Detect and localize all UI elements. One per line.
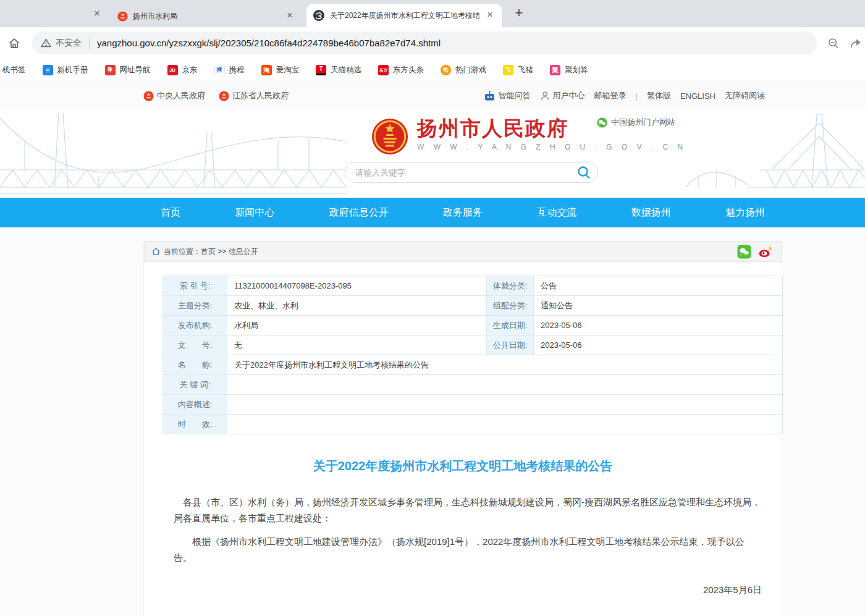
meta-value: 2023-05-06 — [534, 335, 783, 355]
table-row: 索 引 号: 11321000014407098E-2023-095 体裁分类:… — [163, 276, 783, 296]
share-icon[interactable] — [849, 36, 863, 50]
tab-active-announcement[interactable]: 关于2022年度扬州市水利工程文明工地考核结果的公告 × — [306, 4, 502, 27]
bookmark-item[interactable]: 飞飞猪 — [503, 65, 533, 75]
bookmark-item[interactable]: 东方东方头条 — [378, 65, 424, 75]
link-mail-login[interactable]: 邮箱登录 — [594, 90, 627, 101]
table-row: 名 称: 关于2022年度扬州市水利工程文明工地考核结果的公告 — [163, 355, 783, 375]
close-tab-icon[interactable]: × — [284, 11, 295, 22]
link-user-center[interactable]: 用户中心 — [540, 90, 585, 101]
meta-label: 时 效: — [163, 415, 227, 434]
link-english[interactable]: ENGLISH — [680, 91, 715, 101]
home-icon — [152, 248, 160, 255]
bookmark-item[interactable]: 携携程 — [214, 65, 245, 75]
tab-title: 关于2022年度扬州市水利工程文明工地考核结果的公告 — [330, 11, 479, 21]
new-tab-button[interactable]: + — [510, 5, 528, 22]
bookmark-icon: 导 — [105, 65, 116, 75]
link-label: 用户中心 — [553, 90, 585, 101]
link-label: ENGLISH — [680, 91, 715, 101]
gov-emblem-icon — [143, 91, 154, 101]
bridge-line-art — [0, 109, 346, 198]
meta-value — [227, 395, 783, 415]
not-secure-warning-icon — [41, 38, 51, 48]
bookmark-icon: T — [316, 65, 326, 75]
zoom-out-icon[interactable] — [827, 36, 840, 50]
link-smart-qa[interactable]: 智能问答 — [484, 90, 531, 101]
site-header: 扬州市人民政府 W W W . Y A N G Z H O U . G O V … — [0, 109, 865, 198]
bookmark-item[interactable]: 机书签 — [2, 65, 26, 75]
url-text[interactable]: yangzhou.gov.cn/yzszxxgk/slj/202305/210c… — [97, 38, 441, 48]
meta-value: 公告 — [534, 276, 783, 296]
article-paragraph: 根据《扬州市水利工程文明工地建设管理办法》（扬水规[2019]1号），2022年… — [174, 534, 762, 566]
document-meta-table: 索 引 号: 11321000014407098E-2023-095 体裁分类:… — [162, 276, 783, 434]
link-traditional[interactable]: 繁体版 — [647, 90, 671, 101]
weibo-share-icon[interactable] — [758, 245, 772, 259]
meta-label: 关 键 词: — [163, 375, 227, 395]
gov-links-bar: 中央人民政府 江苏省人民政府 智能问答 用户中心 邮箱登录 | 繁体版 — [0, 82, 865, 109]
gov-emblem-favicon — [117, 11, 128, 22]
bookmarks-bar: 机书签 ≡新机手册 导网址导航 JD京东 携携程 淘爱淘宝 T天猫精选 东方东方… — [0, 59, 865, 82]
bookmark-label: 热门游戏 — [455, 65, 486, 75]
link-label: 江苏省人民政府 — [232, 90, 289, 101]
search-input[interactable] — [355, 168, 576, 177]
bookmark-item[interactable]: 热热门游戏 — [441, 65, 486, 75]
tab-strip: × 扬州市水利局 × 关于2022年度扬州市水利工程文明工地考核结果的公告 × … — [0, 0, 865, 27]
bookmark-item[interactable]: 聚聚划算 — [550, 65, 588, 75]
breadcrumb-label[interactable]: 当前位置：首页 >> 信息公开 — [164, 247, 258, 257]
nav-charm[interactable]: 魅力扬州 — [725, 206, 765, 219]
meta-value — [227, 375, 783, 395]
table-row: 内容概述: — [163, 395, 783, 415]
bookmark-label: 爱淘宝 — [276, 65, 300, 75]
nav-news[interactable]: 新闻中心 — [235, 206, 274, 219]
meta-label: 公开日期: — [487, 335, 534, 355]
bookmark-label: 聚划算 — [565, 65, 588, 75]
bookmark-icon: 淘 — [261, 65, 272, 75]
link-accessibility[interactable]: 无障碍阅读 — [725, 90, 765, 101]
search-icon[interactable] — [576, 165, 591, 180]
bookmark-label: 机书签 — [2, 65, 26, 75]
meta-value: 无 — [227, 335, 487, 355]
link-jiangsu-gov[interactable]: 江苏省人民政府 — [219, 90, 289, 101]
link-central-gov[interactable]: 中央人民政府 — [143, 90, 205, 101]
home-button[interactable] — [7, 36, 21, 50]
wechat-icon — [597, 117, 607, 128]
nav-home[interactable]: 首页 — [161, 206, 180, 219]
tab-title: 扬州市水利局 — [133, 11, 279, 22]
wechat-share-icon[interactable] — [737, 245, 751, 259]
nav-services[interactable]: 政务服务 — [443, 206, 483, 219]
bookmark-label: 携程 — [229, 65, 245, 75]
nav-data[interactable]: 数据扬州 — [631, 206, 671, 219]
bookmark-item[interactable]: 导网址导航 — [105, 65, 151, 75]
article-title: 关于2022年度扬州市水利工程文明工地考核结果的公告 — [144, 458, 782, 475]
bookmark-label: 新机手册 — [57, 65, 88, 75]
link-label: 无障碍阅读 — [725, 90, 765, 101]
bookmark-item[interactable]: 淘爱淘宝 — [261, 65, 300, 75]
bookmark-label: 京东 — [182, 65, 198, 75]
article-paragraph: 各县（市、区）水利（务）局，扬州经济开发区城乡事务管理局，生态科技新城规划建设局… — [174, 494, 762, 526]
nav-interaction[interactable]: 互动交流 — [537, 206, 576, 219]
tab-shuiliju[interactable]: 扬州市水利局 × — [111, 5, 302, 27]
meta-label: 生成日期: — [487, 316, 534, 335]
close-tab-icon[interactable]: × — [91, 9, 103, 20]
meta-value: 水利局 — [227, 316, 487, 335]
nav-info-disclosure[interactable]: 政府信息公开 — [329, 206, 389, 219]
robot-icon — [484, 91, 496, 101]
meta-value: 通知公告 — [534, 296, 783, 316]
bookmark-label: 东方头条 — [393, 65, 424, 75]
meta-label: 索 引 号: — [163, 276, 227, 296]
bookmark-item[interactable]: JD京东 — [167, 65, 198, 75]
close-tab-icon[interactable]: × — [484, 10, 496, 21]
site-domain: W W W . Y A N G Z H O U . G O V . C N — [417, 143, 686, 151]
bookmark-item[interactable]: ≡新机手册 — [43, 65, 88, 75]
bookmark-item[interactable]: T天猫精选 — [316, 65, 361, 75]
link-label: 智能问答 — [499, 90, 531, 101]
address-bar[interactable]: 不安全 yangzhou.gov.cn/yzszxxgk/slj/202305/… — [32, 32, 817, 54]
portal-link[interactable]: 中国扬州门户网站 — [597, 117, 675, 128]
table-row: 发布机构: 水利局 生成日期: 2023-05-06 — [163, 316, 783, 335]
meta-label: 名 称: — [163, 355, 227, 375]
meta-label: 体裁分类: — [487, 276, 534, 296]
browser-window: × 扬州市水利局 × 关于2022年度扬州市水利工程文明工地考核结果的公告 × … — [0, 0, 865, 616]
bookmark-icon: ≡ — [43, 65, 53, 75]
divider: | — [636, 91, 638, 101]
bookmark-label: 天猫精选 — [331, 65, 361, 75]
meta-label: 主题分类: — [163, 296, 227, 316]
